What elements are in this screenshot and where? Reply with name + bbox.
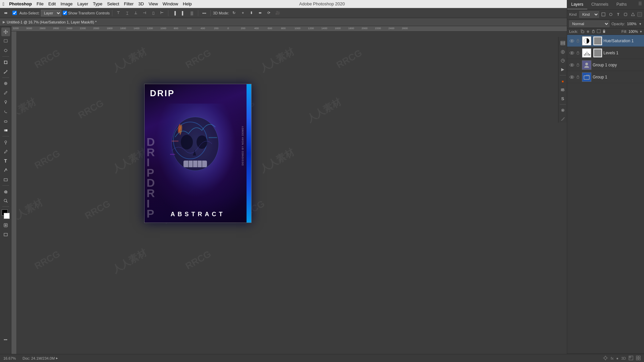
panel-menu-btn[interactable]: ☰ — [636, 0, 644, 9]
select-tool[interactable] — [1, 37, 10, 46]
layer-visibility-eye[interactable] — [569, 62, 575, 68]
lock-artboard-btn[interactable] — [597, 29, 601, 34]
filter-toggle[interactable] — [637, 12, 642, 17]
opacity-arrow[interactable]: ▾ — [639, 22, 641, 26]
pen-tool[interactable] — [1, 147, 10, 156]
apple-menu[interactable]:  — [3, 1, 4, 7]
align-hcenter-btn[interactable]: ⌷ — [150, 9, 157, 17]
brush-tool[interactable] — [1, 88, 10, 97]
quick-mask-btn[interactable] — [1, 221, 10, 230]
align-right-btn[interactable]: ⊢ — [158, 9, 166, 17]
history-icon[interactable] — [559, 57, 567, 64]
grid-icon[interactable] — [636, 356, 641, 361]
menu-filter[interactable]: Filter — [124, 1, 133, 6]
show-transform-checkbox[interactable] — [63, 11, 67, 15]
align-bottom-btn[interactable]: ⊥ — [132, 9, 140, 17]
layer-select[interactable]: Layer Group — [41, 10, 61, 16]
menu-type[interactable]: Type — [93, 1, 102, 6]
library-icon[interactable]: IB — [559, 86, 567, 94]
3d-slide-btn[interactable]: ⬍ — [248, 9, 255, 17]
snap-icon[interactable] — [603, 355, 608, 361]
menu-layer[interactable]: Layer — [77, 1, 89, 6]
menu-file[interactable]: File — [37, 1, 44, 6]
lock-position-btn[interactable] — [591, 29, 595, 34]
tab-close-btn[interactable]: ▶ — [3, 20, 5, 24]
filter-shape-btn[interactable] — [623, 11, 629, 17]
move-tool[interactable] — [1, 27, 10, 36]
eraser-tool[interactable] — [1, 117, 10, 125]
layer-visibility-eye[interactable] — [569, 74, 575, 80]
eyedropper-tool[interactable] — [1, 67, 10, 76]
dodge-burn-tool[interactable] — [1, 138, 10, 146]
align-top-btn[interactable]: ⊤ — [115, 9, 122, 17]
menu-view[interactable]: View — [149, 1, 158, 6]
fullscreen-icon[interactable] — [629, 356, 633, 361]
3d-camera-btn[interactable]: 🎥 — [274, 9, 281, 17]
distribute-left-btn[interactable]: ▐ — [171, 9, 178, 17]
fx-icon[interactable]: fx — [611, 356, 614, 360]
hand-tool[interactable] — [1, 187, 10, 196]
zoom-tool[interactable] — [1, 196, 10, 205]
tab-layers[interactable]: Layers — [567, 0, 587, 9]
screen-mode-btn[interactable] — [1, 230, 10, 239]
adjustments-icon[interactable] — [559, 107, 567, 114]
3d-pan-btn[interactable]: ⌖ — [239, 9, 247, 17]
history-brush-tool[interactable] — [1, 107, 10, 116]
menu-help[interactable]: Help — [183, 1, 192, 6]
move-tool-select-btn[interactable]: ⬌ — [2, 9, 9, 17]
filter-pixel-btn[interactable] — [600, 11, 606, 17]
channels-icon[interactable] — [559, 48, 567, 56]
align-vcenter-btn[interactable]: ⌶ — [123, 9, 131, 17]
blend-mode-select[interactable]: Normal Multiply Screen Overlay — [569, 20, 609, 27]
filter-text-btn[interactable]: T — [615, 11, 621, 17]
doc-info-arrow[interactable]: ▸ — [56, 356, 58, 360]
edit-toolbar-btn[interactable]: ••• — [1, 335, 10, 344]
lock-transparent-btn[interactable] — [581, 29, 585, 34]
clone-stamp-tool[interactable] — [1, 98, 10, 107]
layer-item-group1copy[interactable]: Group 1 copy — [567, 59, 644, 71]
more-options-btn[interactable]: ••• — [201, 9, 208, 17]
tab-paths[interactable]: Paths — [612, 0, 631, 9]
lock-image-btn[interactable] — [586, 29, 590, 34]
3d-rotate-btn[interactable]: ↻ — [230, 9, 238, 17]
background-color[interactable] — [4, 213, 10, 219]
menu-select[interactable]: Select — [107, 1, 119, 6]
3d-mode-icon[interactable]: 3D — [621, 356, 626, 360]
actions-icon[interactable]: ▶ — [559, 66, 567, 73]
menu-edit[interactable]: Edit — [48, 1, 56, 6]
3d-scale-btn[interactable]: ⬌ — [257, 9, 264, 17]
lasso-tool[interactable] — [1, 46, 10, 55]
layer-item-group1[interactable]: Group 1 — [567, 71, 644, 83]
shape-tool[interactable] — [1, 175, 10, 184]
menu-image[interactable]: Image — [60, 1, 72, 6]
filter-smart-btn[interactable] — [630, 11, 636, 17]
distribute-right-btn[interactable]: ▒ — [188, 9, 196, 17]
measurement-icon[interactable] — [559, 115, 567, 123]
text-tool[interactable]: T — [1, 157, 10, 165]
kind-select[interactable]: Kind — [579, 11, 599, 18]
layer-visibility-eye[interactable] — [569, 38, 575, 44]
layer-visibility-eye[interactable] — [569, 50, 575, 56]
layer-item-hue-sat[interactable]: Hue/Saturation 1 — [567, 35, 644, 47]
align-left-btn[interactable]: ⊣ — [141, 9, 148, 17]
tab-title[interactable]: Untitled-1 @ 16.7% (Hue/Saturation 1, La… — [7, 20, 97, 24]
fill-arrow[interactable]: ▾ — [640, 29, 642, 34]
menu-3d[interactable]: 3D — [138, 1, 144, 6]
menu-window[interactable]: Window — [163, 1, 178, 6]
gradient-tool[interactable] — [1, 126, 10, 135]
properties-icon[interactable]: ■ — [559, 77, 567, 85]
healing-tool[interactable] — [1, 79, 10, 88]
lock-all-btn[interactable] — [602, 29, 606, 34]
auto-select-checkbox[interactable] — [12, 11, 17, 15]
color-swatches[interactable] — [1, 209, 10, 219]
app-menu[interactable]: Photoshop — [9, 1, 32, 6]
layers-panel-icon[interactable] — [559, 40, 567, 47]
distribute-hcenter-btn[interactable]: ▌ — [179, 9, 187, 17]
character-icon[interactable]: S — [559, 95, 567, 102]
layer-item-levels[interactable]: Levels 1 — [567, 47, 644, 59]
path-select-tool[interactable] — [1, 166, 10, 175]
record-icon[interactable]: ● — [616, 356, 619, 360]
3d-roll-btn[interactable]: ⟳ — [265, 9, 273, 17]
crop-tool[interactable] — [1, 58, 10, 67]
tab-channels[interactable]: Channels — [587, 0, 612, 9]
